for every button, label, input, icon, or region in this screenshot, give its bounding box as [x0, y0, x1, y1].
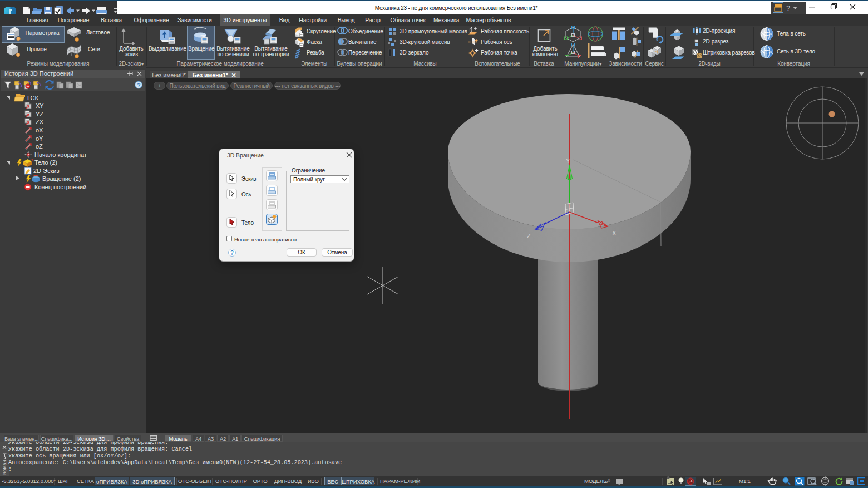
svg-text:?: ? — [137, 82, 141, 88]
svg-text:Z: Z — [527, 233, 531, 239]
svg-text:Y: Y — [566, 157, 570, 164]
svg-text:X: X — [612, 230, 617, 236]
svg-text:?: ? — [786, 4, 790, 12]
svg-text:Коман: Коман — [2, 460, 7, 475]
svg-text:☍: ☍ — [605, 479, 610, 484]
